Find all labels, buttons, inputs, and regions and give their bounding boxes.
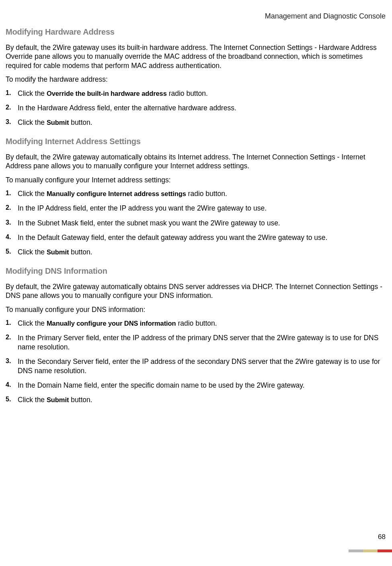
step-text-pre: Click the xyxy=(18,248,47,256)
step-text-pre: Click the xyxy=(18,89,47,97)
heading-dns-information: Modifying DNS Information xyxy=(6,266,386,276)
section-hardware-address: Modifying Hardware Address By default, t… xyxy=(6,27,386,127)
para-dns-lead: To manually configure your DNS informati… xyxy=(6,305,386,314)
step-text: In the IP Address field, enter the IP ad… xyxy=(18,204,267,212)
step-text: In the Hardware Address field, enter the… xyxy=(18,104,236,112)
step-text-post: button. xyxy=(69,396,92,404)
step-text-bold: Submit xyxy=(47,248,69,256)
step-text-bold: Submit xyxy=(47,396,69,403)
heading-internet-address: Modifying Internet Address Settings xyxy=(6,137,386,146)
step-item: Click the Submit button. xyxy=(6,118,386,127)
step-text-pre: Click the xyxy=(18,190,47,198)
page-number: 68 xyxy=(378,533,386,541)
para-hw-lead: To modify the hardware address: xyxy=(6,75,386,84)
step-text-bold: Submit xyxy=(47,119,69,126)
step-item: In the Subnet Mask field, enter the subn… xyxy=(6,219,386,227)
para-hw-intro: By default, the 2Wire gateway uses its b… xyxy=(6,43,386,70)
steps-dns-information: Click the Manually configure your DNS in… xyxy=(6,319,386,405)
step-text-post: button. xyxy=(69,118,92,126)
para-dns-intro: By default, the 2Wire gateway automatica… xyxy=(6,282,386,300)
step-text: In the Primary Server field, enter the I… xyxy=(18,334,378,351)
step-text: In the Domain Name field, enter the spec… xyxy=(18,381,305,389)
steps-hardware-address: Click the Override the built-in hardware… xyxy=(6,89,386,127)
step-item: In the Hardware Address field, enter the… xyxy=(6,103,386,112)
step-item: In the Default Gateway field, enter the … xyxy=(6,233,386,242)
step-text-pre: Click the xyxy=(18,319,47,327)
steps-internet-address: Click the Manually configure Internet ad… xyxy=(6,189,386,257)
step-text-post: radio button. xyxy=(176,319,217,327)
step-text-post: radio button. xyxy=(167,89,208,97)
step-item: Click the Manually configure Internet ad… xyxy=(6,189,386,198)
step-item: In the Domain Name field, enter the spec… xyxy=(6,381,386,390)
step-item: In the IP Address field, enter the IP ad… xyxy=(6,204,386,213)
step-text-pre: Click the xyxy=(18,118,47,126)
step-item: Click the Submit button. xyxy=(6,248,386,256)
section-internet-address: Modifying Internet Address Settings By d… xyxy=(6,137,386,257)
step-item: In the Secondary Server field, enter the… xyxy=(6,357,386,375)
step-text-bold: Manually configure your DNS information xyxy=(47,320,176,327)
step-text-pre: Click the xyxy=(18,396,47,404)
step-text: In the Secondary Server field, enter the… xyxy=(18,357,380,374)
para-inet-lead: To manually configure your Internet addr… xyxy=(6,176,386,184)
footer-color-bar xyxy=(349,549,392,552)
page-content: Modifying Hardware Address By default, t… xyxy=(6,27,386,414)
para-inet-intro: By default, the 2Wire gateway automatica… xyxy=(6,153,386,171)
footer-seg-tan xyxy=(363,549,378,552)
step-item: In the Primary Server field, enter the I… xyxy=(6,333,386,351)
step-text-bold: Manually configure Internet address sett… xyxy=(47,190,186,197)
heading-hardware-address: Modifying Hardware Address xyxy=(6,27,386,37)
footer-seg-gray xyxy=(349,549,363,552)
step-text-bold: Override the built-in hardware address xyxy=(47,90,167,97)
page-header-title: Management and Diagnostic Console xyxy=(265,12,386,21)
step-item: Click the Manually configure your DNS in… xyxy=(6,319,386,328)
step-item: Click the Override the built-in hardware… xyxy=(6,89,386,98)
step-text-post: radio button. xyxy=(186,190,227,198)
step-text: In the Default Gateway field, enter the … xyxy=(18,233,327,242)
step-text-post: button. xyxy=(69,248,92,256)
step-item: Click the Submit button. xyxy=(6,395,386,404)
step-text: In the Subnet Mask field, enter the subn… xyxy=(18,219,280,227)
footer-seg-red xyxy=(378,549,392,552)
section-dns-information: Modifying DNS Information By default, th… xyxy=(6,266,386,405)
